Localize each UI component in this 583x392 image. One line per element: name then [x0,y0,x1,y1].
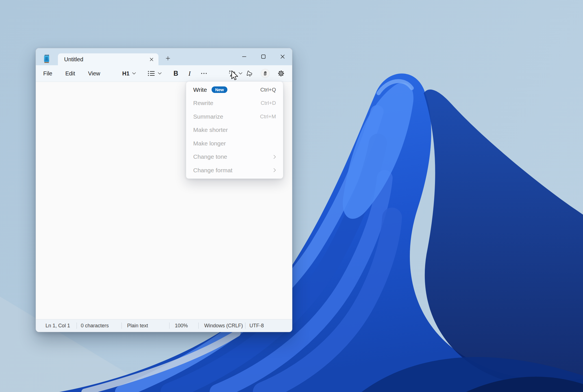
chevron-down-icon [239,72,242,75]
new-badge: New [212,86,228,93]
heading-style-label: H1 [122,70,130,77]
ai-pen-sparkle-icon [229,70,236,77]
close-icon [150,58,153,61]
menu-item-make-longer[interactable]: Make longer [186,137,283,150]
heading-style-button[interactable]: H1 [121,69,138,78]
menu-item-rewrite[interactable]: Rewrite Ctrl+D [186,97,283,110]
menu-item-change-format[interactable]: Change format [186,164,283,177]
settings-button[interactable] [276,69,286,78]
menu-item-change-tone[interactable]: Change tone [186,150,283,164]
chevron-right-icon [273,155,276,159]
menu-item-write[interactable]: Write New Ctrl+Q [186,83,283,97]
status-line-endings: Windows (CRLF) [199,319,245,332]
menu-item-make-shorter[interactable]: Make shorter [186,123,283,137]
rewrite-ai-button[interactable] [227,69,244,78]
tab-untitled[interactable]: Untitled [58,53,158,65]
minimize-button[interactable] [234,48,254,65]
window-controls [234,48,292,65]
rewrite-dropdown-menu: Write New Ctrl+Q Rewrite Ctrl+D Summariz… [186,81,283,179]
status-character-count: 0 characters [77,319,121,332]
bulleted-list-icon [148,71,155,76]
chevron-down-icon [132,72,136,75]
account-button[interactable] [261,69,269,78]
chevron-right-icon [273,168,276,172]
chevron-down-icon [158,72,162,75]
status-cursor-position: Ln 1, Col 1 [36,319,77,332]
italic-button[interactable]: I [187,69,192,79]
maximize-button[interactable] [254,48,273,65]
titlebar[interactable]: Untitled [36,48,292,65]
plus-icon [166,56,170,60]
tab-title: Untitled [64,56,147,63]
maximize-icon [261,55,266,59]
status-document-type: Plain text [122,319,169,332]
menu-file[interactable]: File [39,68,56,79]
new-tab-button[interactable] [163,53,173,63]
more-options-button[interactable] [199,71,209,75]
gear-icon [277,70,285,77]
ellipsis-icon [201,73,207,74]
menu-edit[interactable]: Edit [61,68,79,79]
menu-item-summarize[interactable]: Summarize Ctrl+M [186,110,283,123]
list-style-button[interactable] [146,69,163,77]
megaphone-icon [246,70,253,77]
shortcut-label: Ctrl+Q [260,87,276,93]
status-zoom-level[interactable]: 100% [169,319,198,332]
shortcut-label: Ctrl+M [260,114,276,120]
status-bar: Ln 1, Col 1 0 characters Plain text 100%… [36,319,292,332]
toolbar: File Edit View H1 [36,65,292,82]
close-button[interactable] [273,48,292,65]
menu-view[interactable]: View [84,68,104,79]
feedback-button[interactable] [244,69,255,78]
shortcut-label: Ctrl+D [261,100,276,106]
desktop: Untitled [0,0,583,392]
close-icon [280,55,285,59]
minimize-icon [242,56,246,57]
tab-close-button[interactable] [147,55,156,64]
notepad-icon [43,54,50,63]
avatar [261,69,269,78]
status-encoding: UTF-8 [245,319,292,332]
bold-button[interactable]: B [172,69,180,79]
